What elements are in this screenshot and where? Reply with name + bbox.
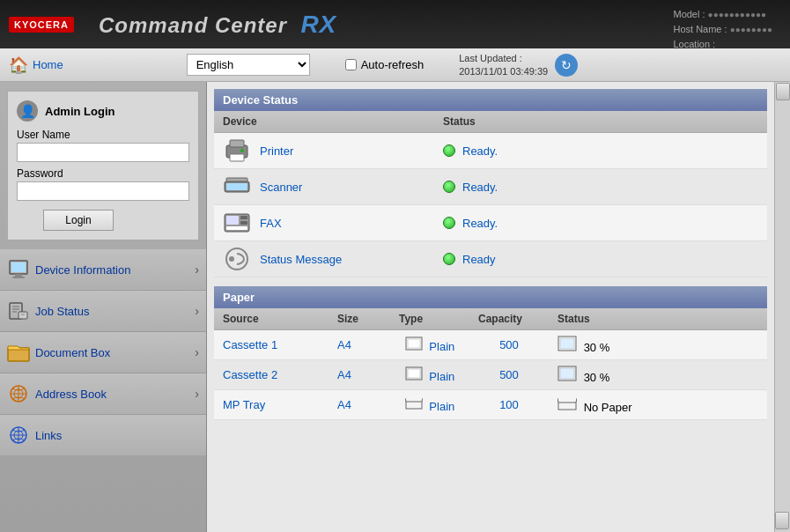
device-status-row: Scanner Ready. [214,169,767,205]
svg-rect-8 [18,312,27,319]
device-name-cell: Scanner [214,169,434,205]
svg-rect-24 [226,183,247,190]
refresh-button[interactable]: ↻ [555,54,578,77]
device-status-cell: Ready. [434,205,767,241]
col-source: Source [214,308,329,330]
kyocera-logo: KYOCERA [9,17,74,33]
status-indicator [443,144,455,157]
svg-line-42 [405,398,406,402]
status-indicator [443,181,455,193]
auto-refresh-label[interactable]: Auto-refresh [361,58,425,71]
status-text: Ready [462,253,496,266]
links-icon [7,424,30,447]
address-book-icon [7,382,30,405]
paper-size-cell: A4 [329,330,390,360]
paper-capacity-cell: 500 [469,330,549,360]
device-name-cell: FAX [214,205,434,241]
brand-title: Command Center RX [99,11,336,39]
svg-rect-41 [406,402,422,409]
paper-source-cell: Cassette 2 [214,360,329,390]
last-updated-label: Last Updated : [459,52,548,65]
svg-rect-25 [226,178,247,181]
svg-rect-34 [408,339,420,348]
admin-login-box: 👤 Admin Login User Name Password Login [7,91,199,240]
username-label: User Name [17,129,189,141]
hostname-line: Host Name : ●●●●●●●● [673,22,772,37]
sidebar-item-label-job-status: Job Status [35,305,89,318]
paper-table: Source Size Type Capacity Status Cassett… [214,308,767,420]
paper-capacity-cell: 500 [469,360,549,390]
status-text: Ready. [462,144,498,158]
svg-point-22 [240,149,244,152]
device-status-cell: Ready [434,241,767,277]
device-icon-scanner [223,174,251,199]
device-status-row: FAX Ready. [214,205,767,241]
job-status-arrow: › [195,304,199,318]
admin-login-title: 👤 Admin Login [17,100,189,122]
device-name: FAX [260,217,282,230]
username-input[interactable] [17,143,189,162]
job-status-icon [7,299,30,322]
svg-point-32 [229,256,234,262]
svg-rect-27 [226,216,239,225]
svg-rect-20 [230,140,244,147]
model-info: Model : ●●●●●●●●●●● Host Name : ●●●●●●●●… [673,7,772,51]
paper-size-cell: A4 [329,360,390,390]
device-status-table: Device Status Printer Ready. [214,111,767,277]
device-name: Printer [260,144,293,158]
language-select[interactable]: English Japanese German French Spanish [187,54,310,76]
sidebar-item-job-status[interactable]: Job Status › [0,291,206,332]
paper-source-cell: MP Tray [214,390,329,420]
device-icon-printer [223,138,251,163]
paper-type-icon [405,400,423,413]
navbar: 🏠 Home English Japanese German French Sp… [0,48,790,82]
svg-rect-36 [560,338,574,349]
sidebar-item-label-address-book: Address Book [35,388,107,401]
col-type: Type [390,308,469,330]
sidebar-item-device-information[interactable]: Device Information › [0,249,206,291]
model-line: Model : ●●●●●●●●●●● [673,7,772,22]
auto-refresh-checkbox[interactable] [345,59,357,70]
sidebar-item-links[interactable]: Links [0,415,206,455]
paper-status-text: 30 % [584,341,610,354]
auto-refresh-area: Auto-refresh [345,58,425,71]
paper-source-cell: Cassette 1 [214,330,329,360]
sidebar-item-address-book[interactable]: Address Book › [0,373,206,415]
svg-rect-30 [226,226,247,230]
password-label: Password [17,167,189,180]
sidebar-item-document-box[interactable]: Document Box › [0,332,206,373]
right-scrollbar[interactable] [774,82,790,532]
paper-type-cell: Plain [390,330,469,360]
status-indicator [443,217,455,229]
home-link[interactable]: Home [33,58,63,71]
device-status-header: Device Status [214,89,767,111]
paper-capacity-cell: 100 [469,390,549,420]
device-name-cell: Status Message [214,241,434,277]
login-button[interactable]: Login [43,210,114,231]
home-button[interactable]: 🏠 Home [9,55,63,75]
paper-row: MP Tray A4 Plain 100 No Paper [214,390,767,420]
paper-status-text: 30 % [584,371,610,384]
user-icon: 👤 [17,100,38,122]
svg-rect-21 [230,154,244,161]
location-line: Location : [673,37,772,51]
paper-row: Cassette 2 A4 Plain 500 30 % [214,360,767,390]
paper-type-icon [405,340,423,353]
device-status-row: Printer Ready. [214,133,767,169]
svg-rect-29 [240,221,247,225]
device-name-cell: Printer [214,133,434,169]
paper-tray-icon [557,401,577,414]
device-name: Status Message [260,253,342,266]
svg-line-45 [557,398,558,403]
paper-header: Paper [214,286,767,308]
svg-rect-1 [11,262,26,272]
password-input[interactable] [17,181,189,201]
svg-rect-2 [15,274,22,277]
paper-type-text: Plain [429,340,454,353]
svg-rect-28 [240,216,247,219]
paper-type-text: Plain [429,370,454,383]
device-name: Scanner [260,181,302,194]
col-device: Device [214,111,434,133]
svg-line-46 [576,398,577,403]
document-box-icon [7,341,30,364]
